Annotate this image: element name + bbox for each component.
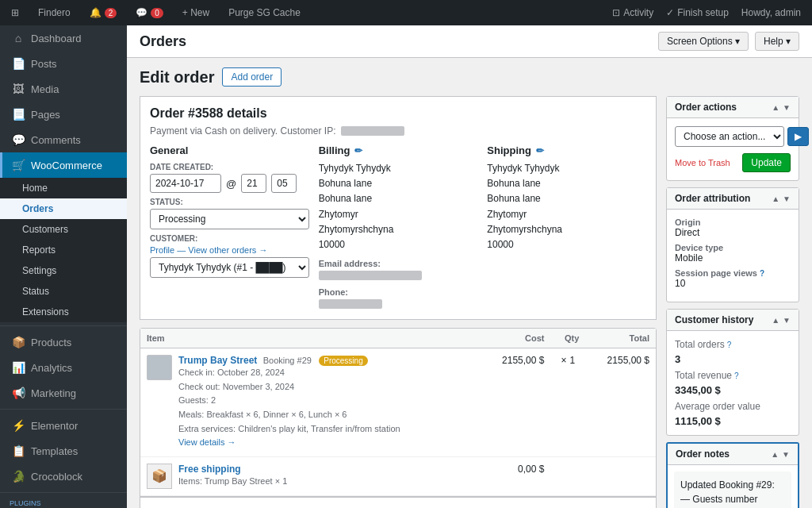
sidebar-item-woocommerce[interactable]: 🛒 WooCommerce [0,152,127,178]
updates-count[interactable]: 🔔 2 [85,0,122,25]
sidebar-item-settings[interactable]: Settings [0,260,127,281]
status-label: Status: [150,198,309,206]
time-hour-input[interactable] [241,174,266,193]
customer-profile-link[interactable]: Profile — [150,245,186,255]
screen-options-button[interactable]: Screen Options ▾ [658,32,749,51]
date-input[interactable] [150,174,221,193]
sidebar-item-templates[interactable]: 📋 Templates [0,438,127,464]
sidebar-item-orders[interactable]: Orders [0,198,127,219]
total-orders-row: Total orders ? [675,339,791,350]
sidebar-item-comments[interactable]: 💬 Comments [0,127,127,152]
status-select[interactable]: Processing [150,209,309,229]
activity-button[interactable]: ⊡ Activity [607,0,658,25]
admin-sidebar: ⌂ Dashboard 📄 Posts 🖼 Media 📃 Pages 💬 Co… [0,25,127,508]
sidebar-item-products[interactable]: 📦 Products [0,329,127,355]
total-orders-value: 3 [675,353,791,365]
order-details-card: Order #3588 details Payment via Cash on … [140,96,657,320]
shipping-title: Shipping ✏ [487,144,646,156]
sidebar-item-pages[interactable]: 📃 Pages [0,102,127,127]
comments-count[interactable]: 💬 0 [131,0,168,25]
sidebar-item-posts[interactable]: 📄 Posts [0,51,127,76]
attribution-expand-icon[interactable]: ▲ [772,194,779,203]
date-field-row: @ [150,174,309,193]
move-trash-link[interactable]: Move to Trash [675,158,730,167]
update-button[interactable]: Update [742,153,791,172]
session-row: Session page views ? 10 [675,268,791,289]
payment-note: Payment via Cash on delivery. Customer I… [150,125,646,137]
sidebar-item-status[interactable]: Status [0,281,127,302]
comments-icon: 💬 [12,133,25,146]
note-text-1: Updated Booking #29:— Guests number chan… [680,478,785,508]
page-body: Edit order Add order Order #3588 details… [127,58,812,508]
wp-logo[interactable]: ⊞ [6,0,24,25]
action-select[interactable]: Choose an action... [675,126,784,147]
item-status-badge: Processing [319,356,367,366]
notes-expand-icon[interactable]: ▲ [771,450,779,459]
total-orders-help-icon[interactable]: ? [727,341,732,349]
customer-view-link[interactable]: View other orders → [188,245,267,255]
products-icon: 📦 [12,336,25,348]
item-name-link[interactable]: Trump Bay Street [178,355,257,366]
customer-history-body: Total orders ? 3 Total revenue ? [667,331,799,435]
sidebar-item-reports[interactable]: Reports [0,240,127,260]
item-total: 2155,00 $ [585,348,656,457]
billing-address: Tyhydyk Tyhydyk Bohuna lane Bohuna lane … [319,161,478,252]
totals-area: Items Subtotal: 2155,00 $ Shipping: 0,00… [140,496,656,508]
posts-icon: 📄 [12,57,25,70]
help-button[interactable]: Help ▾ [755,32,799,51]
top-actions: Screen Options ▾ Help ▾ [658,32,799,51]
add-order-button[interactable]: Add order [222,67,282,87]
origin-row: Origin Direct [675,217,791,238]
customer-label: Customer: [150,234,309,243]
item-qty: ×1 [550,348,585,457]
billing-edit-icon[interactable]: ✏ [354,145,362,156]
site-name[interactable]: Findero [33,0,75,25]
sidebar-item-home[interactable]: Home [0,178,127,198]
items-table: Item Cost Qty Total [140,329,656,496]
avg-order-value: 1115,00 $ [675,415,791,427]
shipping-cost: 0,00 $ [481,457,551,496]
shipping-address: Tyhydyk Tyhydyk Bohuna lane Bohuna lane … [487,161,646,252]
shipping-edit-icon[interactable]: ✏ [536,145,544,156]
session-help-icon[interactable]: ? [760,269,764,278]
col-item: Item [140,329,481,348]
sidebar-item-customers[interactable]: Customers [0,219,127,240]
sidebar-item-elementor[interactable]: ⚡ Elementor [0,413,127,438]
order-main-column: Order #3588 details Payment via Cash on … [140,96,657,508]
attribution-collapse-icon[interactable]: ▼ [783,194,791,203]
billing-phone-row: Phone: [319,286,478,310]
finish-setup-button[interactable]: ✓ Finish setup [661,0,733,25]
customer-history-header: Customer history ▲ ▼ [667,310,799,331]
note-item-1: Updated Booking #29:— Guests number chan… [674,471,791,508]
sidebar-item-analytics[interactable]: 📊 Analytics [0,355,127,380]
view-details-link[interactable]: View details → [178,437,236,447]
history-collapse-icon[interactable]: ▼ [783,316,791,325]
admin-bar: ⊞ Findero 🔔 2 💬 0 + New Purge SG Cache ⊡… [0,0,812,25]
notes-collapse-icon[interactable]: ▼ [782,450,790,459]
order-actions-expand-icon[interactable]: ▲ [772,103,779,112]
order-notes-card: Order notes ▲ ▼ Updated Booking #29:— Gu… [666,442,799,508]
total-revenue-help-icon[interactable]: ? [734,371,739,380]
sidebar-item-crocoblock[interactable]: 🐊 Crocoblock [0,464,127,489]
sidebar-item-media[interactable]: 🖼 Media [0,76,127,102]
email-label: Email address: [319,259,381,268]
analytics-icon: 📊 [12,361,25,374]
col-total: Total [585,329,656,348]
new-button[interactable]: + New [178,0,214,25]
order-attribution-header: Order attribution ▲ ▼ [667,188,799,210]
billing-title: Billing ✏ [319,144,478,156]
col-cost: Cost [481,329,551,348]
sidebar-item-dashboard[interactable]: ⌂ Dashboard [0,25,127,51]
history-expand-icon[interactable]: ▲ [772,316,779,325]
general-section: General Date created: @ [150,144,309,310]
order-actions-collapse-icon[interactable]: ▼ [783,103,791,112]
purge-cache-button[interactable]: Purge SG Cache [224,0,305,25]
item-booking-ref: Booking #29 [263,356,312,365]
sidebar-item-extensions[interactable]: Extensions [0,302,127,322]
time-min-input[interactable] [271,174,297,193]
general-title: General [150,144,188,156]
customer-select[interactable]: Tyhydyk Tyhydyk (#1 - ████) [150,257,309,278]
action-go-button[interactable]: ▶ [787,127,809,146]
sidebar-item-marketing[interactable]: 📢 Marketing [0,380,127,406]
total-revenue-value: 3345,00 $ [675,384,791,396]
